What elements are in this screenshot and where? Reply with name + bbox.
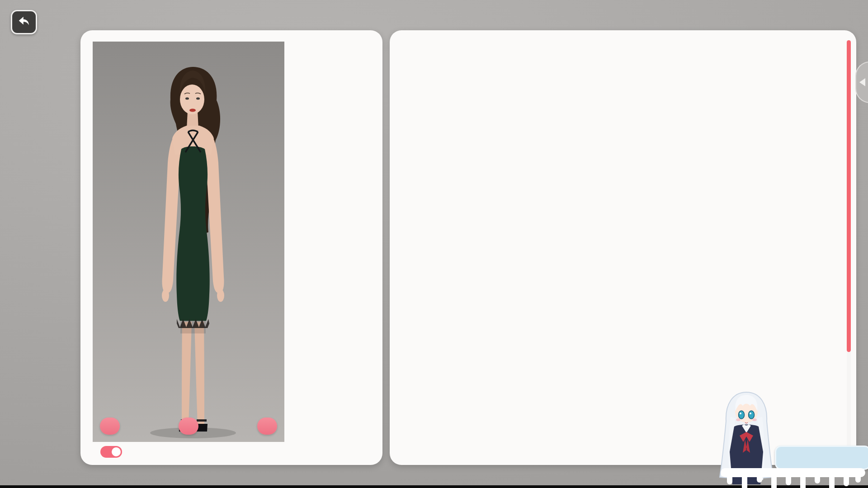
back-button[interactable] [11, 10, 37, 34]
toggle-knob [112, 447, 121, 456]
panel-collapse-tab[interactable] [855, 61, 868, 103]
preview-actions [93, 418, 284, 435]
reset-preset-button[interactable] [179, 418, 198, 435]
snow-decoration [721, 468, 865, 477]
save-look-button[interactable] [100, 418, 120, 435]
chevron-left-icon [859, 78, 865, 86]
outfit-grid-panel [390, 30, 856, 465]
apply-toggle-row [100, 446, 130, 458]
back-arrow-icon [17, 14, 31, 30]
clear-clothes-button[interactable] [257, 418, 277, 435]
apply-toggle[interactable] [100, 446, 122, 458]
preview-panel [80, 30, 382, 465]
grid-scrollbar-thumb[interactable] [847, 40, 851, 352]
grid-scrollbar-track[interactable] [847, 40, 851, 455]
bottom-strip [0, 485, 868, 488]
character-preview [93, 42, 284, 442]
character-figure [93, 42, 284, 442]
